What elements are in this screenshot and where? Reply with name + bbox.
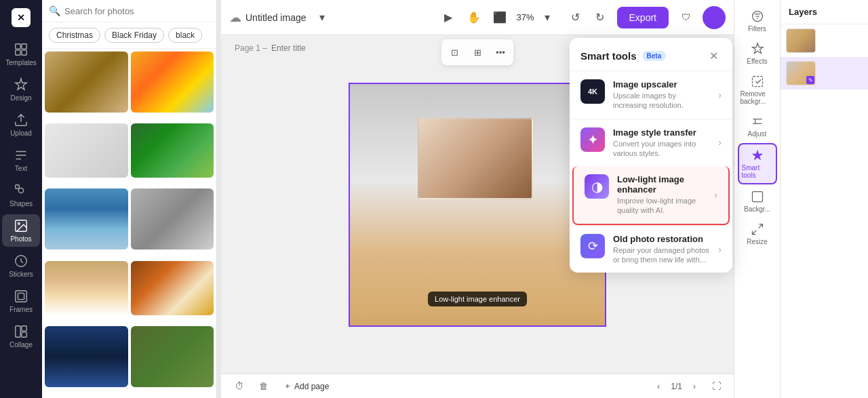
undo-redo: ↺ ↻ <box>564 6 612 29</box>
layer-item[interactable]: ✎ <box>781 57 868 89</box>
svg-rect-13 <box>22 332 26 337</box>
svg-rect-9 <box>16 291 27 302</box>
style-icon-text: ✦ <box>587 132 599 148</box>
photo-item[interactable] <box>45 261 128 315</box>
selection-tool-button[interactable]: ⊡ <box>444 42 465 62</box>
lowlight-content: Low-light image enhancer Improve low-lig… <box>617 174 706 216</box>
lowlight-enhancer-item[interactable]: ◑ Low-light image enhancer Improve low-l… <box>572 166 730 225</box>
photo-item[interactable] <box>131 52 214 113</box>
filters-tool[interactable]: Filters <box>738 5 777 37</box>
sidebar-item-shapes[interactable]: Shapes <box>2 179 40 212</box>
sidebar-item-stickers[interactable]: Stickers <box>2 250 40 282</box>
file-menu-button[interactable]: ▾ <box>311 6 334 29</box>
adjust-label: Adjust <box>748 130 767 138</box>
upscaler-item[interactable]: 4K Image upscaler Upscale images by incr… <box>570 71 732 119</box>
redo-button[interactable]: ↻ <box>589 6 612 29</box>
smart-tools-title: Smart tools Beta <box>580 50 666 62</box>
page-counter: ‹ 1/1 › ⛶ <box>649 377 726 396</box>
shapes-icon <box>14 183 28 198</box>
photo-grid <box>42 49 216 398</box>
upscaler-arrow-icon: › <box>718 89 722 100</box>
page-number-label: Page 1 – <box>235 43 267 53</box>
sidebar-item-frames[interactable]: Frames <box>2 285 40 317</box>
frames-icon <box>14 289 28 304</box>
page-title-input[interactable] <box>271 43 326 53</box>
remove-bg-tool[interactable]: Remove backgr... <box>738 71 777 109</box>
smart-tools-title-text: Smart tools <box>580 50 637 62</box>
photo-item[interactable] <box>131 326 214 387</box>
smart-tools-label: Smart tools <box>742 164 773 179</box>
photo-item[interactable] <box>45 188 128 250</box>
style-transfer-item[interactable]: ✦ Image style transfer Convert your imag… <box>570 119 732 167</box>
sidebar-item-collage[interactable]: Collage <box>2 320 40 353</box>
more-options-button[interactable]: ••• <box>490 42 511 62</box>
zoom-menu-button[interactable]: ▾ <box>536 6 559 29</box>
style-transfer-name: Image style transfer <box>613 127 710 138</box>
resize-label: Resize <box>747 238 768 245</box>
svg-rect-1 <box>22 44 26 49</box>
view-toggle-button[interactable]: ⬛ <box>488 6 511 29</box>
svg-rect-10 <box>18 293 24 299</box>
timeline-button[interactable]: ⏱ <box>229 377 248 396</box>
photo-item[interactable] <box>45 52 128 113</box>
background-label: Backgr... <box>744 205 770 213</box>
smart-tools-tool[interactable]: Smart tools <box>738 143 777 184</box>
zoom-section: 37% ▾ <box>517 6 559 29</box>
background-tool[interactable]: Backgr... <box>738 186 777 217</box>
remove-bg-icon <box>751 75 764 88</box>
style-transfer-arrow-icon: › <box>718 137 722 148</box>
photos-icon <box>14 218 28 233</box>
next-page-button[interactable]: › <box>685 377 704 396</box>
resize-tool[interactable]: Resize <box>738 218 777 250</box>
upscaler-desc: Upscale images by increasing resolution. <box>613 91 710 111</box>
photo-item[interactable] <box>45 326 128 387</box>
photo-item[interactable] <box>131 188 214 250</box>
undo-button[interactable]: ↺ <box>564 6 587 29</box>
effects-tool[interactable]: Effects <box>738 38 777 69</box>
tag-christmas[interactable]: Christmas <box>49 28 100 43</box>
export-button[interactable]: Export <box>617 7 669 28</box>
add-page-button[interactable]: ＋ Add page <box>278 378 334 395</box>
svg-rect-12 <box>22 326 26 331</box>
hand-tool-button[interactable]: ✋ <box>462 6 486 29</box>
sidebar-item-text[interactable]: Text <box>2 144 40 176</box>
restoration-arrow-icon: › <box>718 244 722 255</box>
restoration-icon: ⟳ <box>580 234 605 258</box>
smart-tools-close-button[interactable]: ✕ <box>705 47 722 64</box>
layer-edit-icon: ✎ <box>806 76 814 84</box>
sidebar-item-templates[interactable]: Templates <box>2 38 40 71</box>
collage-icon <box>14 324 28 339</box>
style-transfer-desc: Convert your images into various styles. <box>613 139 710 159</box>
add-page-label: Add page <box>294 382 329 391</box>
adjust-tool[interactable]: Adjust <box>738 111 777 142</box>
plus-icon: ＋ <box>283 380 292 392</box>
logo-button[interactable]: ✕ <box>9 5 33 30</box>
ellipsis-icon: ••• <box>496 47 505 58</box>
sidebar-item-photos[interactable]: Photos <box>2 214 40 247</box>
grid-view-button[interactable]: ⊞ <box>467 42 488 62</box>
tag-black-friday[interactable]: Black Friday <box>104 28 164 43</box>
tag-black[interactable]: black <box>168 28 202 43</box>
search-icon: 🔍 <box>49 5 60 16</box>
sidebar-item-design[interactable]: Design <box>2 73 40 106</box>
cursor-tool-button[interactable]: ▶ <box>437 6 460 29</box>
frames-label: Frames <box>9 306 33 313</box>
file-name: Untitled image <box>245 12 307 23</box>
layer-thumbnail: ✎ <box>786 61 816 85</box>
photo-item[interactable] <box>45 123 128 178</box>
beta-badge: Beta <box>642 51 667 61</box>
logo-icon: ✕ <box>12 8 31 27</box>
photo-item[interactable] <box>131 123 214 178</box>
layer-item[interactable] <box>781 24 868 57</box>
search-input[interactable] <box>64 6 210 16</box>
shield-button[interactable]: 🛡 <box>674 6 697 29</box>
bottom-bar: ⏱ 🗑 ＋ Add page ‹ 1/1 › ⛶ <box>221 374 734 398</box>
sidebar-item-upload[interactable]: Upload <box>2 108 40 141</box>
prev-page-button[interactable]: ‹ <box>649 377 668 396</box>
restoration-item[interactable]: ⟳ Old photo restoration Repair your dama… <box>570 225 732 273</box>
photo-item[interactable] <box>131 261 214 315</box>
delete-button[interactable]: 🗑 <box>254 377 273 396</box>
fullscreen-button[interactable]: ⛶ <box>707 377 726 396</box>
smart-tools-header: Smart tools Beta ✕ <box>570 38 732 71</box>
top-bar: ☁ Untitled image ▾ ▶ ✋ ⬛ 37% ▾ <box>221 0 734 35</box>
